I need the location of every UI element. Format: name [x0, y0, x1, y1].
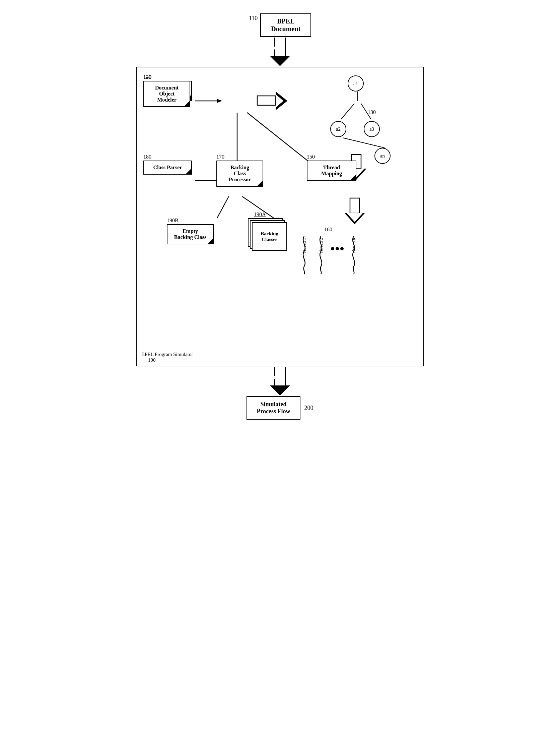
ref-120: 120 — [143, 74, 151, 80]
thread1-item: Thread 1 — [297, 235, 311, 254]
backing-classes-page1: BackingClasses — [252, 222, 287, 251]
simulator-box: 140 MessageGenerator 120 DocumentObjectM… — [136, 67, 424, 366]
threadn-label: Thread n — [351, 238, 357, 254]
thread2-label: Thread 2 — [319, 238, 324, 254]
empty-backing-class-box: EmptyBacking Class — [167, 224, 214, 244]
class-parser-label: Class Parser — [153, 165, 182, 170]
inner-diagram: 140 MessageGenerator 120 DocumentObjectM… — [143, 74, 418, 356]
svg-line-14 — [217, 196, 229, 218]
ref-190b: 190B — [167, 218, 179, 224]
thread-dots — [331, 247, 344, 250]
bpel-document-box: BPELDocument — [260, 13, 311, 37]
ref-130: 130 — [368, 109, 376, 115]
tree-node-a1: a1 — [348, 75, 364, 92]
bcp-label: BackingClassProcessor — [229, 165, 251, 182]
thread-mapping-box: ThreadMapping — [307, 161, 356, 181]
backing-classes-label: BackingClasses — [261, 231, 278, 242]
svg-marker-18 — [347, 213, 363, 222]
ref-180: 180 — [143, 154, 151, 160]
diagram-container: 110 BPELDocument — [129, 13, 431, 420]
svg-rect-2 — [257, 96, 276, 105]
dom-label: DocumentObjectModeler — [155, 85, 179, 103]
threads-container: Thread 1 Thread 2 — [297, 235, 360, 254]
dot3 — [340, 247, 344, 250]
threadn-item: Thread n — [347, 235, 360, 254]
tree-node-a3: a3 — [364, 121, 380, 137]
class-parser-box: Class Parser — [143, 161, 192, 175]
thread2-item: Thread 2 — [314, 235, 328, 254]
svg-line-8 — [341, 104, 354, 119]
dot1 — [331, 247, 334, 250]
svg-marker-4 — [276, 94, 283, 108]
svg-marker-1 — [217, 99, 222, 103]
ref-110: 110 — [249, 15, 258, 22]
ref-150: 150 — [307, 154, 315, 160]
tree-node-a2: a2 — [330, 121, 346, 137]
ebc-label: EmptyBacking Class — [174, 228, 206, 240]
ref-190a: 190A — [254, 211, 266, 218]
simulated-area: SimulatedProcess Flow 200 — [247, 396, 313, 420]
document-object-modeler-box: DocumentObjectModeler — [143, 81, 190, 107]
thread1-label: Thread 1 — [302, 238, 307, 254]
svg-line-10 — [343, 138, 384, 148]
bpel-doc-area: 110 BPELDocument — [249, 13, 311, 67]
ref-170: 170 — [216, 154, 224, 160]
ref-160: 160 — [324, 227, 332, 233]
simulated-process-box: SimulatedProcess Flow — [247, 396, 300, 420]
svg-rect-16 — [350, 198, 359, 213]
backing-class-processor-box: BackingClassProcessor — [216, 161, 263, 187]
bottom-arrow — [270, 367, 290, 396]
thread-mapping-label: ThreadMapping — [321, 165, 342, 176]
dot2 — [336, 247, 339, 250]
svg-marker-17 — [345, 213, 365, 224]
simulator-label: BPEL Program Simulator 100 — [141, 352, 193, 363]
bpel-doc-label: BPELDocument — [271, 17, 300, 33]
ref-200: 200 — [304, 405, 313, 412]
svg-marker-3 — [276, 92, 287, 110]
simulated-label: SimulatedProcess Flow — [257, 401, 290, 415]
tree-node-an: an — [374, 148, 391, 164]
